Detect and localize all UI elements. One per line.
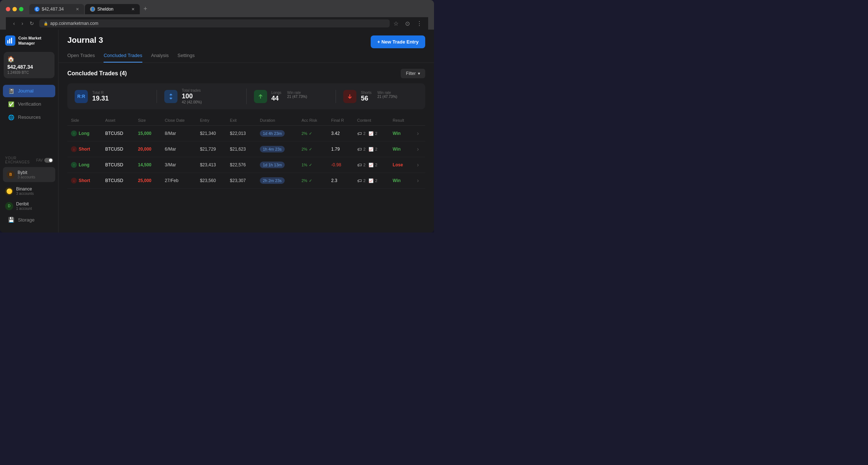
trade-result-1: Win [389, 141, 413, 157]
forward-button[interactable]: › [20, 20, 25, 27]
tab-analysis[interactable]: Analysis [151, 53, 169, 63]
verification-icon: ✅ [8, 101, 14, 107]
exchange-binance[interactable]: 🟡 Binance 3 accounts [0, 184, 58, 199]
trade-content-3: 🏷 2 📈 2 [353, 173, 389, 189]
table-row[interactable]: ↑ Long BTCUSD 15,000 8/Mar $21,340 $22,0… [67, 126, 425, 141]
wallet-card[interactable]: 🏠 $42,487.34 1.24939 BTC [4, 52, 55, 78]
table-row[interactable]: ↑ Long BTCUSD 14,500 3/Mar $23,413 $22,5… [67, 157, 425, 173]
trade-content-1: 🏷 2 📈 2 [353, 141, 389, 157]
app-logo: Coin Market Manager [0, 35, 58, 52]
trades-info: Total trades 100 42 (42.00%) [182, 88, 202, 104]
trade-more-1[interactable]: › [413, 141, 425, 157]
trade-result-0: Win [389, 126, 413, 141]
tab2-close-button[interactable]: ✕ [131, 7, 135, 12]
close-window-button[interactable] [6, 7, 10, 11]
page-title: Journal 3 [67, 35, 103, 45]
tag-icon: 🏷 [357, 178, 362, 184]
trade-more-2[interactable]: › [413, 157, 425, 173]
long-arrow-up-icon: ↑ [71, 162, 77, 168]
trade-size-2: 14,500 [134, 157, 161, 173]
longs-label: Longs [272, 91, 281, 95]
trade-entry-1: $21,729 [196, 141, 226, 157]
trade-result-2: Lose [389, 157, 413, 173]
fav-toggle[interactable]: FAV [36, 158, 53, 163]
th-content: Content [353, 115, 389, 126]
trade-side-0: ↑ Long [67, 126, 101, 141]
table-title: Concluded Trades (4) [67, 70, 127, 77]
rr-value: 19.31 [92, 95, 109, 102]
th-asset: Asset [101, 115, 134, 126]
maximize-window-button[interactable] [19, 7, 23, 11]
profile-icon[interactable]: ⊙ [405, 20, 410, 27]
shorts-value: 56 [361, 95, 371, 102]
tag-icon: 🏷 [357, 131, 362, 136]
bybit-icon: B [7, 171, 15, 179]
sidebar-item-journal[interactable]: 📓 Journal [3, 85, 55, 97]
svg-rect-1 [9, 39, 10, 44]
deribit-icon: D [5, 202, 13, 210]
exchanges-label: YOUR EXCHANGES [5, 156, 36, 164]
journal-icon: 📓 [8, 88, 14, 94]
tab-settings[interactable]: Settings [177, 53, 195, 63]
trade-asset-3: BTCUSD [101, 173, 134, 189]
logo-icon [5, 35, 15, 46]
trade-size-0: 15,000 [134, 126, 161, 141]
wallet-btc: 1.24939 BTC [7, 71, 51, 75]
app-logo-text: Coin Market Manager [18, 35, 41, 46]
trade-side-1: ↓ Short [67, 141, 101, 157]
new-tab-button[interactable]: + [141, 4, 150, 14]
trade-entry-2: $23,413 [196, 157, 226, 173]
stat-shorts: Shorts 56 Win rate 21 (47.73%) [343, 90, 418, 103]
exchanges-header: YOUR EXCHANGES FAV [0, 152, 58, 166]
tab1-close-button[interactable]: ✕ [76, 7, 79, 12]
browser-tabs: C $42,487.34 ✕ 👤 Sheldon ✕ + [29, 4, 428, 14]
stat-rr: R:R Total R 19.31 [75, 90, 157, 103]
th-result: Result [389, 115, 413, 126]
th-final-r: Final R [328, 115, 353, 126]
tab-nav: Open Trades Concluded Trades Analysis Se… [59, 48, 434, 63]
home-icon: 🏠 [7, 56, 51, 63]
back-button[interactable]: ‹ [12, 20, 16, 27]
trade-entry-3: $23,560 [196, 173, 226, 189]
rr-label: Total R [92, 91, 109, 95]
sidebar-nav: 📓 Journal ✅ Verification 🌐 Resources [0, 84, 58, 152]
tab1-favicon: C [34, 7, 40, 12]
tab2-title: Sheldon [97, 7, 113, 12]
table-header-row: Concluded Trades (4) Filter ▾ [67, 69, 425, 78]
trade-duration-1: 1h 4m 23s [256, 141, 298, 157]
table-row[interactable]: ↓ Short BTCUSD 20,000 6/Mar $21,729 $21,… [67, 141, 425, 157]
exchange-bybit[interactable]: B Bybit 3 accounts [3, 167, 55, 182]
binance-info: Binance 3 accounts [16, 186, 34, 196]
trade-more-0[interactable]: › [413, 126, 425, 141]
sidebar-item-verification[interactable]: ✅ Verification [3, 98, 55, 110]
bookmark-icon[interactable]: ☆ [393, 20, 399, 27]
shorts-icon [343, 90, 356, 103]
th-side: Side [67, 115, 101, 126]
table-row[interactable]: ↓ Short BTCUSD 25,000 27/Feb $23,560 $23… [67, 173, 425, 189]
new-trade-button[interactable]: + New Trade Entry [371, 35, 425, 48]
trade-asset-1: BTCUSD [101, 141, 134, 157]
browser-tab-2[interactable]: 👤 Sheldon ✕ [85, 4, 140, 14]
reload-button[interactable]: ↻ [28, 20, 35, 27]
trade-more-3[interactable]: › [413, 173, 425, 189]
fav-switch[interactable] [44, 158, 53, 163]
check-icon: ✓ [309, 178, 312, 183]
chart-icon: 📈 [368, 131, 374, 136]
shorts-winrate-label: Win rate [377, 91, 397, 95]
filter-button[interactable]: Filter ▾ [401, 69, 425, 78]
minimize-window-button[interactable] [12, 7, 17, 11]
tab-concluded-trades[interactable]: Concluded Trades [104, 53, 142, 63]
trade-size-1: 20,000 [134, 141, 161, 157]
main-header: Journal 3 + New Trade Entry [59, 30, 434, 48]
tab-open-trades[interactable]: Open Trades [67, 53, 95, 63]
sidebar-item-storage[interactable]: 💾 Storage [3, 213, 55, 226]
exchange-deribit[interactable]: D Deribit 1 account [0, 199, 58, 213]
browser-controls: C $42,487.34 ✕ 👤 Sheldon ✕ + [6, 4, 428, 14]
menu-icon[interactable]: ⋮ [416, 20, 422, 27]
trade-side-2: ↑ Long [67, 157, 101, 173]
browser-tab-1[interactable]: C $42,487.34 ✕ [29, 4, 84, 14]
sidebar-item-resources[interactable]: 🌐 Resources [3, 111, 55, 124]
check-icon: ✓ [309, 163, 312, 167]
address-bar[interactable]: 🔒 app.coinmarketman.com [39, 19, 390, 27]
check-icon: ✓ [309, 147, 312, 152]
